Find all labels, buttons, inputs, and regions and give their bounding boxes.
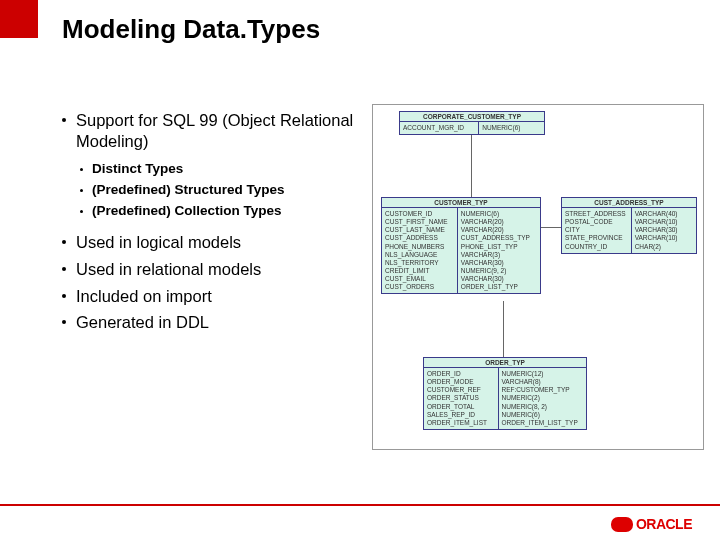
oracle-logo: ORACLE [611,516,692,532]
bullet-text: Support for SQL 99 (Object Relational Mo… [76,110,362,151]
entity-header: ORDER_TYP [424,358,586,368]
bullet-dot-icon [80,210,83,213]
bullet-dot-icon [62,294,66,298]
entity-address: CUST_ADDRESS_TYP STREET_ADDRESSPOSTAL_CO… [561,197,697,254]
sub-bullet-collection: (Predefined) Collection Types [80,203,362,218]
bullet-sql99: Support for SQL 99 (Object Relational Mo… [62,110,362,151]
bullet-content: Support for SQL 99 (Object Relational Mo… [62,110,362,339]
sub-bullet-structured: (Predefined) Structured Types [80,182,362,197]
entity-fields: CUSTOMER_IDCUST_FIRST_NAMECUST_LAST_NAME… [382,208,458,293]
bullet-relational: Used in relational models [62,259,362,280]
entity-fields: STREET_ADDRESSPOSTAL_CODECITYSTATE_PROVI… [562,208,632,253]
bullet-dot-icon [80,189,83,192]
entity-order: ORDER_TYP ORDER_IDORDER_MODECUSTOMER_REF… [423,357,587,430]
entity-fields: ORDER_IDORDER_MODECUSTOMER_REFORDER_STAT… [424,368,499,429]
page-title: Modeling Data.Types [62,14,320,45]
entity-types: NUMERIC(12)VARCHAR(8)REF:CUSTOMER_TYPNUM… [499,368,586,429]
bullet-dot-icon [62,320,66,324]
bullet-text: Used in logical models [76,232,241,253]
er-diagram: CORPORATE_CUSTOMER_TYP ACCOUNT_MGR_ID NU… [372,104,704,450]
bullet-dot-icon [62,267,66,271]
entity-customer: CUSTOMER_TYP CUSTOMER_IDCUST_FIRST_NAMEC… [381,197,541,294]
main-bullet-list: Used in logical models Used in relationa… [62,232,362,333]
bullet-dot-icon [80,168,83,171]
entity-types: VARCHAR(40)VARCHAR(10)VARCHAR(30)VARCHAR… [632,208,696,253]
oracle-logo-text: ORACLE [636,516,692,532]
bullet-import: Included on import [62,286,362,307]
connector-line [503,301,504,357]
red-accent-block [0,0,38,38]
footer-divider [0,504,720,506]
sub-bullet-distinct: Distinct Types [80,161,362,176]
connector-line [471,135,472,197]
bullet-text: (Predefined) Collection Types [92,203,282,218]
entity-corporate-customer: CORPORATE_CUSTOMER_TYP ACCOUNT_MGR_ID NU… [399,111,545,135]
entity-header: CORPORATE_CUSTOMER_TYP [400,112,544,122]
sub-bullet-list: Distinct Types (Predefined) Structured T… [80,161,362,218]
bullet-dot-icon [62,240,66,244]
entity-header: CUSTOMER_TYP [382,198,540,208]
bullet-text: Distinct Types [92,161,183,176]
bullet-text: (Predefined) Structured Types [92,182,285,197]
entity-fields: ACCOUNT_MGR_ID [400,122,479,134]
bullet-dot-icon [62,118,66,122]
bullet-ddl: Generated in DDL [62,312,362,333]
connector-line [541,227,561,228]
bullet-text: Used in relational models [76,259,261,280]
bullet-text: Included on import [76,286,212,307]
entity-header: CUST_ADDRESS_TYP [562,198,696,208]
bullet-text: Generated in DDL [76,312,209,333]
oracle-logo-icon [611,517,633,532]
bullet-logical: Used in logical models [62,232,362,253]
entity-types: NUMERIC(6)VARCHAR(20)VARCHAR(20)CUST_ADD… [458,208,540,293]
entity-types: NUMERIC(6) [479,122,544,134]
